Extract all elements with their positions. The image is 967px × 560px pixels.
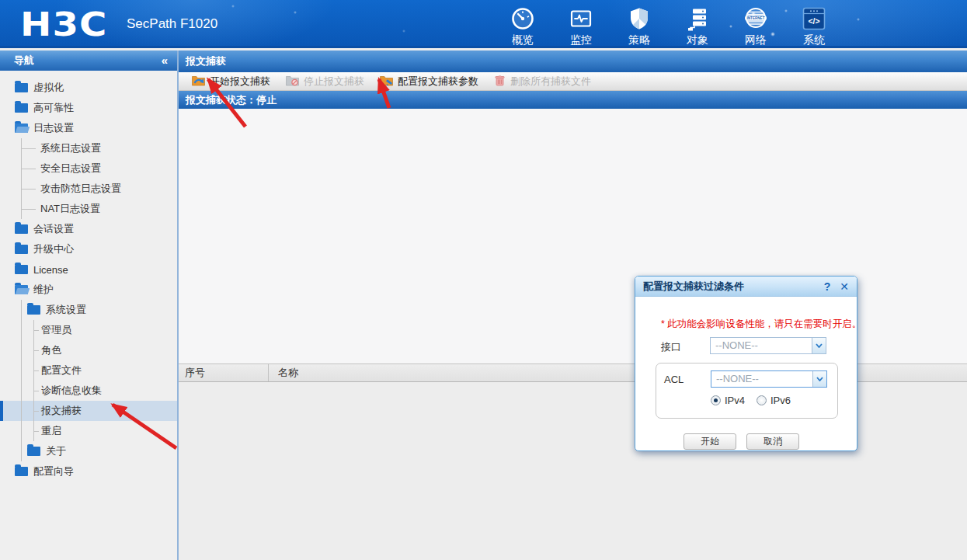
sidebar-tree: 虚拟化 高可靠性 日志设置 系统日志设置 安全日志设置 攻击防范日志设置 NAT… <box>0 71 177 482</box>
sidebar-item-roles[interactable]: 角色 <box>0 340 177 360</box>
selected-item-accent-bar <box>0 401 3 421</box>
performance-warning-text: * 此功能会影响设备性能，请只在需要时开启。 <box>661 318 861 331</box>
delete-capture-files-button[interactable]: 删除所有捕获文件 <box>486 72 599 90</box>
folder-icon <box>15 83 28 92</box>
sidebar-item-log-settings[interactable]: 日志设置 <box>0 118 177 138</box>
radio-icon[interactable] <box>757 395 767 405</box>
ipv6-radio[interactable]: IPv6 <box>757 395 791 406</box>
gauge-icon <box>510 5 536 32</box>
folder-icon <box>15 103 28 113</box>
monitor-icon <box>568 5 594 32</box>
configure-capture-icon <box>380 75 393 89</box>
close-icon[interactable]: ✕ <box>840 280 849 293</box>
top-banner: H3C SecPath F1020 概览 监控 <box>0 0 967 48</box>
internet-globe-icon: INTERNET <box>743 5 769 32</box>
sidebar-item-system-settings[interactable]: 系统设置 <box>0 300 177 320</box>
folder-icon <box>27 447 40 456</box>
toolbar: 开始报文捕获 停止报文捕获 配置报文捕获参数 <box>179 72 967 91</box>
sidebar-item-configuration-wizard[interactable]: 配置向导 <box>0 461 177 482</box>
sidebar-item-attack-defense-log-settings[interactable]: 攻击防范日志设置 <box>0 179 177 199</box>
interface-field-label: 接口 <box>661 340 681 354</box>
acl-select[interactable]: --NONE-- <box>711 370 827 388</box>
nav-label: 系统 <box>803 33 825 47</box>
sidebar-item-configuration-file[interactable]: 配置文件 <box>0 360 177 381</box>
sidebar-item-upgrade-center[interactable]: 升级中心 <box>0 239 177 259</box>
shield-icon <box>626 5 652 32</box>
cancel-button[interactable]: 取消 <box>746 433 799 450</box>
system-code-icon: </> <box>801 5 827 32</box>
sidebar-item-session-settings[interactable]: 会话设置 <box>0 219 177 239</box>
chevron-down-icon[interactable] <box>812 338 826 353</box>
sidebar-item-license[interactable]: License <box>0 259 177 280</box>
sidebar-item-nat-log-settings[interactable]: NAT日志设置 <box>0 199 177 219</box>
delete-capture-files-icon <box>494 75 506 89</box>
capture-filter-dialog: 配置报文捕获过滤条件 ? ✕ * 此功能会影响设备性能，请只在需要时开启。 接口… <box>635 276 857 451</box>
product-name: SecPath F1020 <box>127 16 217 32</box>
nav-item-objects[interactable]: 对象 <box>678 5 717 47</box>
stop-capture-icon <box>286 75 299 89</box>
nav-item-overview[interactable]: 概览 <box>503 5 542 47</box>
sidebar-item-high-availability[interactable]: 高可靠性 <box>0 98 177 118</box>
svg-text:INTERNET: INTERNET <box>747 16 765 20</box>
objects-icon <box>684 5 711 32</box>
sidebar-item-virtualization[interactable]: 虚拟化 <box>0 78 177 98</box>
sidebar: 导航 « 虚拟化 高可靠性 日志设置 系统日志设置 安全日志设置 攻击防范日志设… <box>0 50 179 560</box>
sidebar-item-diagnostic-info-collection[interactable]: 诊断信息收集 <box>0 381 177 401</box>
chevron-down-icon[interactable] <box>812 371 826 387</box>
interface-select[interactable]: --NONE-- <box>710 337 826 354</box>
start-capture-button[interactable]: 开始报文捕获 <box>184 72 278 90</box>
stop-capture-button[interactable]: 停止报文捕获 <box>278 72 372 90</box>
sidebar-item-maintenance[interactable]: 维护 <box>0 280 177 300</box>
help-icon[interactable]: ? <box>824 280 831 293</box>
folder-icon <box>27 305 40 315</box>
folder-icon <box>15 224 28 234</box>
page-title: 报文捕获 <box>179 50 967 72</box>
column-header-index[interactable]: 序号 <box>179 364 269 381</box>
acl-select-value: --NONE-- <box>711 371 812 387</box>
folder-icon <box>15 467 28 476</box>
folder-icon <box>15 245 28 254</box>
top-navigation: 概览 监控 策略 <box>503 5 833 47</box>
capture-status-bar: 报文捕获状态：停止 <box>179 91 967 109</box>
configure-capture-params-button[interactable]: 配置报文捕获参数 <box>372 72 486 90</box>
dialog-titlebar[interactable]: 配置报文捕获过滤条件 ? ✕ <box>635 277 857 297</box>
radio-icon[interactable] <box>711 395 721 405</box>
sidebar-item-reboot[interactable]: 重启 <box>0 421 177 441</box>
start-capture-icon <box>192 75 205 89</box>
start-button[interactable]: 开始 <box>684 433 736 450</box>
nav-item-policies[interactable]: 策略 <box>620 5 659 47</box>
nav-label: 网络 <box>745 33 767 47</box>
sidebar-title: 导航 <box>14 54 34 66</box>
dialog-title: 配置报文捕获过滤条件 <box>643 280 744 294</box>
nav-label: 概览 <box>512 33 534 47</box>
nav-item-network[interactable]: INTERNET 网络 <box>736 5 775 47</box>
folder-icon <box>15 265 28 274</box>
svg-text:</>: </> <box>808 16 819 26</box>
sidebar-item-security-log-settings[interactable]: 安全日志设置 <box>0 158 177 179</box>
sidebar-item-system-log-settings[interactable]: 系统日志设置 <box>0 138 177 158</box>
acl-groupbox: ACL --NONE-- IPv4 IPv6 <box>656 363 838 419</box>
open-folder-icon <box>15 285 28 294</box>
open-folder-icon <box>15 123 28 133</box>
h3c-logo: H3C <box>20 5 108 43</box>
sidebar-item-packet-capture[interactable]: 报文捕获 <box>0 401 177 421</box>
nav-label: 对象 <box>687 33 708 47</box>
sidebar-item-administrators[interactable]: 管理员 <box>0 320 177 340</box>
sidebar-header: 导航 « <box>0 50 177 71</box>
acl-field-label: ACL <box>664 374 684 385</box>
sidebar-item-about[interactable]: 关于 <box>0 441 177 461</box>
nav-item-monitor[interactable]: 监控 <box>562 5 600 47</box>
nav-label: 策略 <box>628 33 650 47</box>
nav-label: 监控 <box>570 33 592 47</box>
collapse-sidebar-icon[interactable]: « <box>162 50 168 71</box>
nav-item-system[interactable]: </> 系统 <box>795 5 833 47</box>
interface-select-value: --NONE-- <box>711 338 812 353</box>
column-header-name[interactable]: 名称 <box>269 364 298 381</box>
ipv4-radio[interactable]: IPv4 <box>711 395 745 406</box>
